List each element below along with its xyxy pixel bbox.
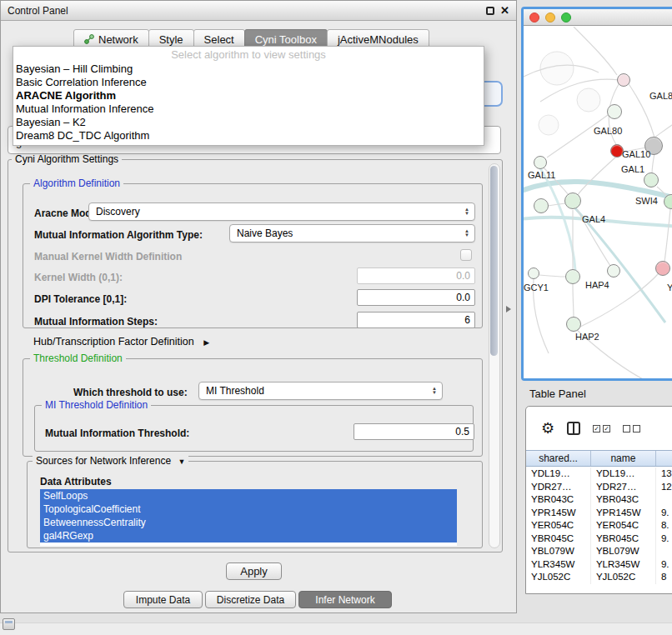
network-node[interactable] — [617, 73, 630, 87]
list-item-selected[interactable]: gal4RGexp — [40, 529, 457, 542]
zoom-traffic-light[interactable] — [561, 12, 571, 22]
dropdown-item[interactable]: Basic Correlation Inference — [13, 76, 484, 89]
table-cell: YPR145W — [526, 507, 591, 520]
network-node-label: GAL8 — [649, 91, 672, 101]
manual-kernel-checkbox[interactable] — [460, 249, 472, 261]
tab-label: Cyni Toolbox — [255, 33, 317, 46]
network-node[interactable] — [607, 264, 620, 278]
table-cell — [656, 493, 672, 507]
column-header-shared-name[interactable]: shared... — [526, 451, 591, 466]
apply-button[interactable]: Apply — [226, 562, 282, 580]
list-item-selected[interactable]: BetweennessCentrality — [40, 516, 457, 529]
manual-kernel-label: Manual Kernel Width Definition — [34, 251, 182, 262]
network-node[interactable] — [566, 317, 581, 332]
combobox-value: MI Threshold — [199, 385, 432, 397]
sources-toggle[interactable]: Sources for Network Inference ▼ — [33, 455, 188, 467]
table-row[interactable]: YBR043CYBR043C — [526, 493, 672, 507]
dropdown-item[interactable]: Dream8 DC_TDC Algorithm — [13, 129, 484, 142]
gear-icon[interactable]: ⚙ — [541, 421, 554, 436]
discretize-data-tab[interactable]: Discretize Data — [205, 591, 296, 608]
window-title: Control Panel — [8, 1, 68, 21]
combobox-value: Discovery — [89, 206, 464, 218]
column-header-clipped[interactable] — [656, 451, 672, 466]
panel-dock-icon[interactable] — [3, 618, 15, 630]
which-threshold-combobox[interactable]: MI Threshold ▲▼ — [198, 382, 443, 400]
sources-title: Sources for Network Inference — [36, 455, 171, 467]
sources-group: Sources for Network Inference ▼ Data Att… — [27, 461, 483, 548]
network-node[interactable] — [564, 192, 581, 209]
dropdown-item[interactable]: Bayesian – K2 — [13, 116, 484, 129]
hub-definition-label: Hub/Transcription Factor Definition — [33, 336, 194, 348]
dropdown-item[interactable]: Mutual Information Inference — [13, 102, 484, 116]
table-row[interactable]: YBR045CYBR045C9. — [526, 532, 672, 546]
network-node-label: GCY1 — [524, 282, 549, 292]
settings-scrollbar-thumb[interactable] — [490, 166, 498, 356]
minimize-traffic-light[interactable] — [545, 12, 555, 22]
control-panel-titlebar[interactable]: Control Panel ✕ — [1, 1, 516, 21]
select-all-icon[interactable]: ✓ ✓ — [593, 425, 610, 432]
table-row[interactable]: YJL052CYJL052C8 — [526, 571, 672, 584]
tab-label: Network — [98, 33, 138, 46]
network-node-label: GAL10 — [622, 149, 650, 159]
table-cell: YPR145W — [591, 507, 656, 520]
cyni-algorithm-settings-group: Cyni Algorithm Settings Algorithm Defini… — [8, 159, 503, 552]
network-node-label: GAL80 — [594, 126, 622, 136]
table-cell: YJL052C — [526, 571, 591, 584]
table-row[interactable]: YBL079WYBL079W — [526, 545, 672, 558]
column-header-name[interactable]: name — [591, 451, 656, 466]
mi-threshold-field[interactable] — [354, 423, 474, 440]
table-row[interactable]: YDL19…YDL19…13 — [526, 468, 672, 481]
list-item-selected[interactable]: SelfLoops — [40, 489, 457, 502]
mi-type-combobox[interactable]: Naive Bayes ▲▼ — [229, 224, 475, 242]
table-row[interactable]: YLR345WYLR345W9. — [526, 558, 672, 572]
table-row[interactable]: YER054CYER054C8. — [526, 519, 672, 532]
list-item-selected[interactable]: TopologicalCoefficient — [40, 502, 457, 516]
infer-network-tab[interactable]: Infer Network — [298, 591, 392, 608]
unchecked-box-icon — [623, 425, 630, 432]
table-header: shared... name — [526, 450, 672, 467]
combobox-arrows-icon: ▲▼ — [464, 208, 469, 216]
impute-data-tab[interactable]: Impute Data — [123, 591, 203, 608]
aracne-mode-combobox[interactable]: Discovery ▲▼ — [88, 202, 475, 221]
kernel-width-field[interactable] — [357, 268, 475, 284]
threshold-definition-group: Threshold Definition Which threshold to … — [23, 358, 483, 457]
table-row[interactable]: YDR27…YDR27…12 — [526, 481, 672, 494]
dpi-tolerance-label: DPI Tolerance [0,1]: — [34, 293, 127, 305]
table-cell: 8. — [656, 519, 672, 532]
deselect-all-icon[interactable] — [623, 425, 640, 432]
columns-icon[interactable] — [567, 422, 580, 435]
network-node[interactable] — [528, 268, 539, 279]
table-cell: YER054C — [591, 519, 656, 532]
network-node-label: GAL11 — [528, 170, 555, 180]
network-node[interactable] — [644, 172, 659, 188]
network-node[interactable] — [655, 261, 670, 276]
network-window-titlebar[interactable] — [524, 9, 672, 26]
dropdown-item-selected[interactable]: ARACNE Algorithm — [13, 89, 484, 102]
dpi-tolerance-field[interactable] — [357, 289, 475, 306]
network-graph[interactable]: GAL8GAL80GAL10GAL1GAL11SWI4GAL4GCY1HAP4Y… — [524, 27, 672, 378]
mi-steps-label: Mutual Information Steps: — [34, 316, 158, 328]
bottom-status-strip — [0, 622, 672, 635]
table-cell: YBL079W — [526, 545, 591, 558]
network-node[interactable] — [534, 156, 547, 169]
dropdown-item[interactable]: Bayesian – Hill Climbing — [13, 62, 484, 76]
unchecked-box-icon — [633, 425, 640, 432]
network-node[interactable] — [534, 198, 549, 213]
table-cell: YBL079W — [591, 545, 656, 558]
combobox-arrows-icon: ▲▼ — [464, 229, 469, 238]
algorithm-dropdown-popup: Select algorithm to view settings Bayesi… — [13, 46, 484, 146]
table-cell: 13 — [656, 468, 672, 481]
close-traffic-light[interactable] — [529, 12, 539, 22]
network-node[interactable] — [565, 269, 580, 284]
float-window-icon[interactable] — [486, 7, 494, 15]
network-node[interactable] — [607, 104, 622, 119]
mi-steps-field[interactable] — [357, 312, 475, 328]
hub-definition-toggle[interactable]: Hub/Transcription Factor Definition ▶ — [33, 336, 209, 348]
table-cell: YLR345W — [591, 558, 656, 572]
close-icon[interactable]: ✕ — [500, 4, 509, 17]
table-cell: 9. — [656, 532, 672, 546]
panel-splitter-handle[interactable] — [506, 306, 511, 312]
table-row[interactable]: YPR145WYPR145W9. — [526, 507, 672, 520]
network-node-label: HAP2 — [575, 332, 599, 342]
settings-scrollbar[interactable] — [489, 163, 500, 548]
